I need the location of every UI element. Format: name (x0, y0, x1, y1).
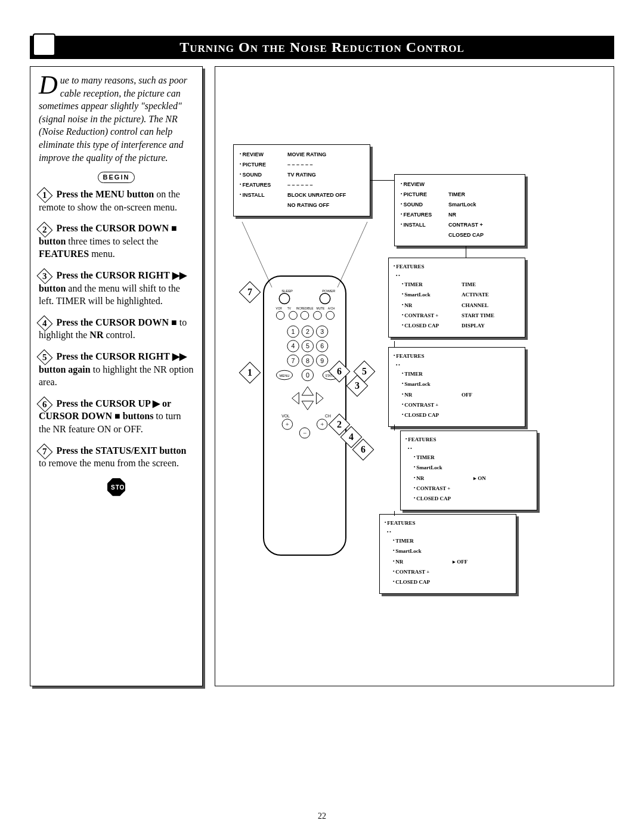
svg-text:0: 0 (306, 371, 309, 379)
svg-text:6: 6 (320, 342, 324, 349)
stop-label: STOP (107, 478, 125, 496)
svg-text:POWER: POWER (322, 289, 335, 293)
submenu-1: FEATURES ▪ ▪ TIMERTIME SmartLockACTIVATE… (388, 258, 525, 337)
menu-main: REVIEWMOVIE RATING PICTURE– – – – – – SO… (233, 144, 370, 216)
step-6: 6 Press the CURSOR UP ▶ or CURSOR DOWN ■… (39, 397, 194, 436)
page-title: Turning On the Noise Reduction Control (30, 36, 614, 59)
step-7: 7 Press the STATUS/EXIT button to remove… (39, 444, 194, 470)
svg-text:VCR: VCR (275, 307, 282, 310)
svg-marker-39 (292, 392, 299, 404)
svg-text:5: 5 (306, 342, 309, 349)
submenu-4: FEATURES ▪ ▪ TIMER SmartLock NR▸ OFF CON… (379, 514, 516, 594)
svg-text:MUTE: MUTE (316, 307, 324, 310)
svg-text:7: 7 (292, 357, 295, 364)
callout-6b: 6 (352, 439, 374, 461)
svg-text:SLEEP: SLEEP (281, 289, 293, 293)
step-4: 4 Press the CURSOR DOWN ■ to highlight t… (39, 316, 194, 342)
svg-point-2 (279, 293, 289, 304)
svg-text:A/CH: A/CH (328, 307, 335, 310)
svg-marker-40 (316, 392, 323, 404)
svg-text:3: 3 (320, 328, 324, 335)
svg-text:TV: TV (287, 307, 292, 310)
menu-features: REVIEW PICTURETIMER SOUNDSmartLock FEATU… (394, 174, 525, 246)
intro-text: Due to many reasons, such as poor cable … (39, 74, 194, 164)
svg-text:VOL: VOL (281, 414, 290, 418)
instruction-panel: Due to many reasons, such as poor cable … (30, 66, 203, 686)
step-2: 2 Press the CURSOR DOWN ■ button three t… (39, 222, 194, 261)
svg-point-3 (320, 293, 330, 304)
svg-text:8: 8 (306, 357, 309, 364)
svg-text:9: 9 (320, 357, 324, 364)
diagram-panel: REVIEWMOVIE RATING PICTURE– – – – – – SO… (215, 66, 614, 686)
svg-text:−: − (303, 429, 306, 436)
begin-label: BEGIN (98, 172, 135, 183)
svg-text:2: 2 (306, 328, 309, 335)
step-5: 5 Press the CURSOR RIGHT ▶▶ button again… (39, 350, 194, 389)
step-1: 1 Press the MENU button on the remote to… (39, 188, 194, 213)
page-number: 22 (0, 812, 644, 821)
svg-point-10 (289, 311, 298, 320)
step-3: 3 Press the CURSOR RIGHT ▶▶ button and t… (39, 269, 194, 308)
svg-text:+: + (286, 420, 289, 428)
callout-7: 7 (239, 281, 261, 304)
callout-1: 1 (239, 362, 261, 384)
svg-marker-41 (302, 401, 313, 410)
svg-text:+: + (320, 420, 324, 428)
svg-point-12 (314, 311, 322, 320)
svg-point-11 (301, 311, 309, 320)
tv-icon (33, 33, 55, 56)
remote-control: SLEEP POWER VCR TV INCREDIBLE MUTE A/CH … (263, 275, 346, 556)
svg-text:4: 4 (292, 342, 295, 349)
svg-text:MENU: MENU (279, 374, 289, 377)
svg-point-13 (326, 311, 335, 320)
svg-marker-38 (302, 386, 313, 395)
svg-text:1: 1 (292, 328, 295, 335)
svg-text:INCREDIBLE: INCREDIBLE (296, 307, 314, 310)
svg-text:CH: CH (325, 414, 331, 418)
submenu-3: FEATURES ▪ ▪ TIMER SmartLock NR▸ ON CONT… (400, 431, 537, 510)
submenu-2: FEATURES ▪ ▪ TIMER SmartLock NROFF CONTR… (388, 347, 525, 427)
svg-point-9 (276, 311, 284, 320)
dropcap: D (39, 74, 60, 96)
